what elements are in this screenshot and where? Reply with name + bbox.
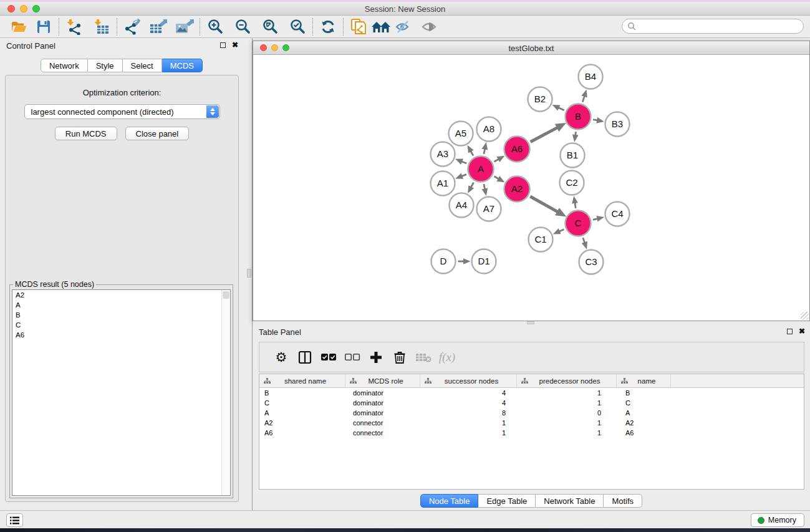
graph-node-B[interactable]: B (566, 104, 591, 130)
graph-edge-A-A1[interactable] (461, 175, 466, 177)
column-header-predecessor-nodes[interactable]: predecessor nodes (517, 374, 617, 387)
deselect-all-icon[interactable] (340, 347, 364, 368)
memory-button[interactable]: Memory (751, 513, 804, 527)
table-float-panel-icon[interactable] (787, 329, 793, 334)
import-network-icon[interactable] (63, 17, 85, 36)
table-row[interactable]: A2connector11A2 (259, 418, 804, 428)
search-field[interactable] (622, 19, 804, 34)
import-table-icon[interactable] (90, 17, 113, 36)
open-file-icon[interactable] (7, 17, 30, 36)
zoom-out-icon[interactable] (231, 17, 254, 36)
graph-edge-A-A6[interactable] (494, 159, 499, 162)
network-window-titlebar[interactable]: testGlobe.txt (253, 41, 809, 55)
column-header-MCDS-role[interactable]: MCDS role (345, 374, 420, 387)
table-row[interactable]: A6connector11A6 (259, 428, 804, 438)
graph-edge-B-B3[interactable] (593, 120, 598, 121)
zoom-selected-icon[interactable] (286, 17, 309, 36)
graph-node-B4[interactable]: B4 (579, 65, 603, 89)
zoom-fit-icon[interactable] (259, 17, 281, 36)
tab-select[interactable]: Select (123, 59, 162, 72)
graph-node-C1[interactable]: C1 (529, 228, 553, 252)
splitter-grip[interactable] (247, 269, 251, 278)
result-item[interactable]: A6 (12, 330, 230, 340)
table-row[interactable]: Cdominator41C (259, 398, 804, 408)
save-session-icon[interactable] (32, 17, 55, 36)
select-all-icon[interactable] (317, 347, 340, 368)
table-row[interactable]: Adominator80A (259, 408, 804, 418)
graph-node-A[interactable]: A (468, 157, 494, 182)
table-row[interactable]: Bdominator41B (259, 388, 804, 398)
tab-edge-table[interactable]: Edge Table (478, 494, 536, 508)
result-item[interactable]: C (12, 320, 230, 330)
show-graphics-icon[interactable] (418, 17, 441, 36)
refresh-layout-icon[interactable] (317, 17, 339, 36)
graph-edge-C-C1[interactable] (559, 230, 564, 232)
graph-edge-A-A3[interactable] (461, 162, 466, 163)
network-graph[interactable]: B4B2BB3A5A8A6A3B1AA1C2A2A4A7C4CC1C3DD1 (253, 56, 809, 321)
result-item[interactable]: B (12, 310, 230, 320)
graph-node-C[interactable]: C (566, 211, 591, 236)
graph-edge-C-C4[interactable] (593, 218, 599, 220)
run-mcds-button[interactable]: Run MCDS (55, 127, 117, 140)
graph-edge-B-B1[interactable] (576, 132, 576, 136)
graph-node-D[interactable]: D (432, 249, 456, 274)
column-header-successor-nodes[interactable]: successor nodes (420, 374, 517, 387)
export-table-icon[interactable] (147, 17, 170, 36)
graph-edge-B-B2[interactable] (558, 107, 564, 110)
graph-node-B1[interactable]: B1 (561, 143, 585, 168)
optimization-criterion-select[interactable]: largest connected component (directed) (24, 104, 220, 119)
hide-edges-icon[interactable] (392, 17, 415, 36)
result-scrollbar[interactable] (221, 290, 230, 495)
graph-node-B3[interactable]: B3 (605, 112, 630, 137)
search-input[interactable] (639, 22, 803, 31)
window-resize-grip[interactable] (801, 312, 809, 320)
graph-edge-B-B4[interactable] (582, 95, 584, 102)
graph-node-C2[interactable]: C2 (560, 171, 584, 195)
graph-edge-C-C2[interactable] (575, 202, 576, 208)
graph-node-C4[interactable]: C4 (605, 202, 630, 226)
panel-splitter[interactable] (243, 38, 253, 510)
zoom-in-icon[interactable] (204, 17, 226, 36)
graph-node-A8[interactable]: A8 (477, 117, 501, 142)
graph-node-B2[interactable]: B2 (528, 87, 552, 112)
graph-edge-A-A5[interactable] (470, 150, 473, 155)
graph-node-A1[interactable]: A1 (431, 172, 455, 196)
close-panel-button[interactable]: Close panel (125, 127, 190, 140)
graph-edge-A-A4[interactable] (471, 183, 474, 188)
graph-edge-C-C3[interactable] (583, 238, 585, 243)
mcds-result-list[interactable]: A2ABCA6 (12, 289, 231, 496)
tab-motifs[interactable]: Motifs (604, 494, 642, 508)
graph-node-A7[interactable]: A7 (477, 197, 501, 221)
task-history-button[interactable] (6, 513, 23, 527)
graph-edge-A-A8[interactable] (484, 148, 485, 154)
column-header-name[interactable]: name (617, 374, 671, 387)
gear-icon[interactable]: ⚙ (269, 347, 293, 368)
graph-node-A3[interactable]: A3 (431, 142, 455, 167)
graph-edge-A6-B[interactable] (531, 127, 558, 142)
tab-style[interactable]: Style (88, 59, 123, 72)
result-item[interactable]: A2 (12, 290, 230, 300)
export-network-icon[interactable] (121, 17, 143, 36)
add-row-icon[interactable] (364, 347, 388, 368)
tab-network-table[interactable]: Network Table (536, 494, 604, 508)
graph-node-A2[interactable]: A2 (504, 177, 530, 202)
graph-edge-A2-C[interactable] (530, 196, 558, 212)
table-close-panel-icon[interactable]: ✖ (799, 327, 805, 335)
export-image-icon[interactable] (173, 17, 196, 36)
graph-node-A6[interactable]: A6 (504, 137, 530, 162)
float-panel-icon[interactable] (220, 42, 226, 48)
clone-network-icon[interactable] (347, 17, 370, 36)
delete-table-icon[interactable] (412, 347, 435, 368)
columns-icon[interactable] (293, 347, 317, 368)
graph-node-C3[interactable]: C3 (579, 250, 604, 274)
close-panel-icon[interactable]: ✖ (232, 41, 238, 49)
tab-node-table[interactable]: Node Table (420, 494, 479, 508)
graph-node-D1[interactable]: D1 (472, 249, 496, 274)
tab-network[interactable]: Network (41, 59, 88, 72)
result-item[interactable]: A (12, 300, 230, 310)
tab-mcds[interactable]: MCDS (162, 59, 203, 72)
graph-edge-A-A7[interactable] (484, 184, 485, 190)
column-header-shared-name[interactable]: shared name (259, 374, 345, 387)
function-builder-icon[interactable]: f(x) (435, 347, 459, 368)
delete-rows-icon[interactable] (388, 347, 412, 368)
